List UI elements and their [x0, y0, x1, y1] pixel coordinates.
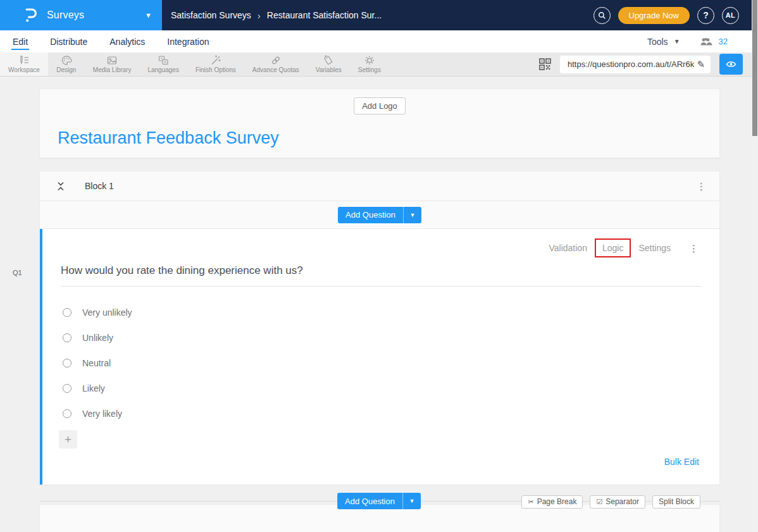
search-icon: [597, 11, 607, 20]
page-break-scissors-icon: ✂: [528, 498, 533, 506]
answer-option[interactable]: Very likely: [63, 401, 132, 426]
answer-option-label[interactable]: Very likely: [82, 409, 122, 419]
svg-text:x: x: [161, 56, 163, 60]
answer-option-label[interactable]: Unlikely: [82, 333, 113, 343]
toolbar-item-finish-options[interactable]: Finish Options: [187, 53, 244, 76]
tab-integration[interactable]: Integration: [166, 32, 210, 51]
svg-text:A: A: [164, 60, 166, 64]
block-card: Block 1 ⋮ Add Question ▼ Validation Logi…: [39, 171, 720, 485]
question-divider: [61, 286, 702, 287]
answer-option-label[interactable]: Very unlikely: [82, 307, 132, 318]
avatar[interactable]: AL: [722, 7, 739, 24]
toolbar-item-languages[interactable]: xA Languages: [139, 53, 187, 76]
add-question-dropdown[interactable]: ▼: [402, 493, 421, 509]
question-menu-validation[interactable]: Validation: [542, 240, 593, 256]
tools-menu[interactable]: Tools: [647, 37, 668, 47]
questionpro-survey-editor: Surveys ▼ Satisfaction Surveys › Restaur…: [0, 0, 758, 532]
radio-icon[interactable]: [63, 359, 71, 368]
answer-options: Very unlikely Unlikely Neutral Likely Ve…: [63, 300, 132, 426]
block-tools: ✂ Page Break ☑ Separator Split Block: [521, 495, 700, 509]
chevron-down-icon[interactable]: ▼: [674, 38, 680, 45]
add-logo-button[interactable]: Add Logo: [354, 97, 406, 114]
question-menu-kebab-icon[interactable]: ⋮: [685, 242, 703, 254]
tab-edit[interactable]: Edit: [11, 32, 29, 51]
design-palette-icon: [61, 55, 72, 66]
answer-option-label[interactable]: Likely: [82, 383, 105, 393]
surveys-menu[interactable]: Surveys ▼: [0, 0, 162, 30]
add-question-row-top: Add Question ▼: [40, 201, 719, 229]
page-break-button[interactable]: ✂ Page Break: [521, 495, 583, 509]
search-button[interactable]: [593, 7, 611, 24]
toolbar-item-workspace[interactable]: Workspace: [0, 53, 48, 76]
scrollbar-track[interactable]: [752, 0, 758, 532]
radio-icon[interactable]: [63, 308, 71, 317]
section-nav: Edit Distribute Analytics Integration To…: [0, 30, 752, 53]
add-question-split-button[interactable]: Add Question ▼: [337, 493, 421, 509]
help-button[interactable]: ?: [697, 7, 714, 24]
qr-code-icon[interactable]: [539, 58, 551, 70]
toolbar-item-settings[interactable]: Settings: [350, 53, 389, 76]
add-question-dropdown[interactable]: ▼: [403, 207, 421, 223]
separator-checkbox-icon: ☑: [596, 498, 602, 506]
split-block-button[interactable]: Split Block: [652, 495, 700, 509]
add-question-button[interactable]: Add Question: [337, 493, 402, 509]
toolbar-item-label: Media Library: [93, 66, 132, 73]
radio-icon[interactable]: [63, 384, 71, 393]
nav-right: Tools ▼ 32: [647, 37, 752, 47]
answer-option[interactable]: Neutral: [63, 350, 132, 376]
breadcrumb-separator-icon: ›: [258, 10, 261, 21]
toolbar-item-design[interactable]: Design: [48, 53, 85, 76]
toolbar-right: ✎: [539, 53, 752, 76]
survey-header-card: Add Logo Restaurant Feedback Survey: [39, 89, 720, 158]
tab-analytics[interactable]: Analytics: [108, 32, 146, 51]
radio-icon[interactable]: [63, 409, 71, 418]
question-card: Validation Logic Settings ⋮ How would yo…: [40, 229, 719, 485]
chevron-down-icon: ▼: [409, 212, 415, 218]
toolbar-item-label: Workspace: [8, 66, 40, 73]
editor-toolbar: Workspace Design Media Library xA Langua…: [0, 53, 752, 77]
upgrade-now-button[interactable]: Upgrade Now: [618, 7, 690, 24]
edit-pencil-icon[interactable]: ✎: [697, 59, 705, 70]
chevron-down-icon: ▼: [409, 498, 414, 504]
question-text[interactable]: How would you rate the dining experience…: [61, 264, 303, 277]
question-menu-settings[interactable]: Settings: [632, 240, 677, 256]
chevron-down-icon: ▼: [145, 11, 152, 19]
question-menu-logic-highlighted[interactable]: Logic: [595, 238, 631, 257]
add-question-row-bottom: Add Question ▼: [337, 493, 421, 509]
collapse-block-icon[interactable]: [56, 181, 65, 192]
add-question-split-button[interactable]: Add Question ▼: [338, 207, 421, 223]
split-block-label: Split Block: [659, 497, 694, 506]
eye-icon: [726, 60, 736, 68]
answer-option[interactable]: Very unlikely: [63, 300, 132, 325]
toolbar-item-advance-quotas[interactable]: Advance Quotas: [244, 53, 308, 76]
toolbar-item-media-library[interactable]: Media Library: [85, 53, 140, 76]
brand-label: Surveys: [47, 9, 84, 21]
block-title[interactable]: Block 1: [85, 181, 114, 191]
toolbar-item-variables[interactable]: Variables: [308, 53, 350, 76]
media-library-icon: [106, 55, 118, 66]
separator-label: Separator: [606, 497, 639, 506]
survey-url-input[interactable]: [568, 59, 694, 69]
variables-tag-icon: [323, 55, 334, 66]
add-question-button[interactable]: Add Question: [338, 207, 403, 223]
answer-option[interactable]: Unlikely: [63, 325, 132, 350]
collaborators-icon[interactable]: [700, 37, 713, 46]
answer-option-label[interactable]: Neutral: [82, 358, 111, 368]
add-option-button[interactable]: +: [59, 430, 77, 448]
survey-url-field[interactable]: ✎: [560, 56, 711, 73]
languages-translate-icon: xA: [158, 55, 169, 66]
block-menu-kebab-icon[interactable]: ⋮: [692, 180, 711, 192]
separator-button[interactable]: ☑ Separator: [590, 495, 645, 509]
preview-button[interactable]: [719, 54, 743, 75]
toolbar-item-label: Settings: [358, 66, 381, 73]
collaborators-count[interactable]: 32: [719, 37, 728, 46]
answer-option[interactable]: Likely: [63, 376, 132, 401]
breadcrumb-parent[interactable]: Satisfaction Surveys: [171, 10, 251, 20]
radio-icon[interactable]: [63, 333, 71, 342]
question-menu: Validation Logic Settings ⋮: [542, 238, 703, 257]
survey-title[interactable]: Restaurant Feedback Survey: [58, 128, 279, 148]
tab-distribute[interactable]: Distribute: [49, 32, 89, 51]
top-bar: Surveys ▼ Satisfaction Surveys › Restaur…: [0, 0, 752, 30]
bulk-edit-link[interactable]: Bulk Edit: [664, 457, 699, 467]
scrollbar-thumb[interactable]: [752, 0, 757, 136]
